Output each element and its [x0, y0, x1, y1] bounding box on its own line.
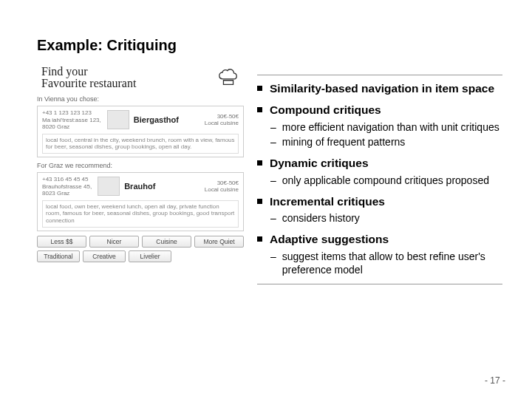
btn-more-quiet[interactable]: More Quiet: [194, 236, 244, 248]
bullet-head-text: Incremental critiques: [270, 194, 385, 208]
graz-desc: local food, own beer, weekend lunch, ope…: [42, 200, 239, 228]
bullet-head: Incremental critiques: [257, 194, 502, 208]
btn-traditional[interactable]: Traditional: [37, 250, 80, 262]
square-bullet-icon: [257, 107, 262, 112]
bullet-head: Compound critiques: [257, 103, 502, 117]
example-screenshot: Find your Favourite restaurant In Vienna…: [37, 64, 244, 290]
graz-name: Brauhof: [124, 182, 155, 191]
square-bullet-icon: [257, 160, 262, 166]
dash-icon: –: [270, 211, 276, 225]
top-rule: [257, 75, 502, 75]
sub-bullet: –considers history: [257, 211, 502, 225]
vienna-label: In Vienna you chose:: [37, 95, 244, 103]
vienna-addr1: Ma iahi'trest:asse 123,: [42, 117, 101, 124]
btn-cuisine[interactable]: Cuisine: [142, 236, 191, 248]
bullet-head-text: Dynamic critiques: [270, 156, 369, 170]
graz-card: +43 316 45 45 45 Brauhofstrasse 45, 8023…: [37, 172, 244, 231]
sub-bullet: –only applicable compound critiques prop…: [257, 174, 502, 187]
sub-bullet-text: only applicable compound critiques propo…: [282, 174, 489, 187]
graz-cuisine: Local cuisine: [205, 186, 239, 193]
bullet-head: Adaptive suggestions: [257, 232, 502, 246]
content-column: Similarity-based navigation in item spac…: [257, 64, 502, 290]
vienna-addr2: 8020 Graz: [42, 123, 101, 131]
graz-thumb: [98, 177, 120, 196]
sub-bullet: –mining of frequent patterns: [257, 135, 502, 149]
sub-bullet: –suggest items that allow to best refine…: [257, 250, 502, 276]
vienna-thumb: [107, 110, 129, 129]
chef-hat-icon: [217, 66, 239, 89]
bullet-item: Dynamic critiques–only applicable compou…: [257, 156, 502, 187]
bullet-item: Adaptive suggestions–suggest items that …: [257, 232, 502, 276]
bullet-head: Similarity-based navigation in item spac…: [257, 81, 502, 95]
vienna-desc: local food, central in the city, weekend…: [42, 134, 239, 154]
page-number: - 17 -: [485, 375, 505, 386]
graz-price: 30€-50€: [205, 180, 239, 186]
graz-label: For Graz we recommend:: [37, 162, 244, 169]
graz-addr2: 8023 Graz: [42, 190, 92, 197]
critique-buttons-row2: Traditional Creative Livelier: [37, 250, 244, 262]
vienna-cuisine: Local cuisine: [205, 120, 239, 126]
bottom-rule: [257, 284, 502, 284]
dash-icon: –: [270, 135, 276, 149]
vienna-price: 30€-50€: [205, 113, 239, 120]
sub-bullet-text: mining of frequent patterns: [282, 135, 406, 149]
slogan-line1: Find your: [41, 66, 136, 78]
graz-phone: +43 316 45 45 45: [42, 176, 92, 183]
dash-icon: –: [270, 250, 276, 263]
square-bullet-icon: [257, 199, 262, 204]
vienna-phone: +43 1 123 123 123: [42, 109, 101, 117]
slide-title: Example: Critiquing: [37, 37, 502, 54]
btn-less-money[interactable]: Less $$: [37, 236, 86, 248]
btn-creative[interactable]: Creative: [83, 250, 126, 262]
sub-bullet: –more efficient navigation than with uni…: [257, 120, 502, 134]
dash-icon: –: [270, 120, 276, 134]
bullet-head-text: Compound critiques: [270, 103, 381, 117]
square-bullet-icon: [257, 236, 262, 242]
btn-livelier[interactable]: Livelier: [129, 250, 171, 262]
bullet-head-text: Similarity-based navigation in item spac…: [270, 81, 494, 95]
sub-bullet-text: more efficient navigation than with unit…: [282, 120, 499, 134]
critique-buttons-row1: Less $$ Nicer Cuisine More Quiet: [37, 236, 244, 248]
sub-bullet-text: considers history: [282, 211, 360, 225]
btn-nicer[interactable]: Nicer: [89, 236, 139, 248]
slogan-line2: Favourite restaurant: [41, 78, 136, 89]
bullet-head-text: Adaptive suggestions: [270, 232, 389, 246]
bullet-item: Incremental critiques–considers history: [257, 194, 502, 225]
vienna-name: Biergasthof: [134, 115, 179, 124]
dash-icon: –: [270, 174, 276, 187]
bullet-item: Similarity-based navigation in item spac…: [257, 81, 502, 95]
graz-addr1: Brauhofstrasse 45,: [42, 183, 92, 191]
vienna-card: +43 1 123 123 123 Ma iahi'trest:asse 123…: [37, 106, 244, 157]
bullet-head: Dynamic critiques: [257, 156, 502, 170]
sub-bullet-text: suggest items that allow to best refine …: [282, 250, 502, 276]
square-bullet-icon: [257, 86, 262, 91]
bullet-item: Compound critiques–more efficient naviga…: [257, 103, 502, 149]
